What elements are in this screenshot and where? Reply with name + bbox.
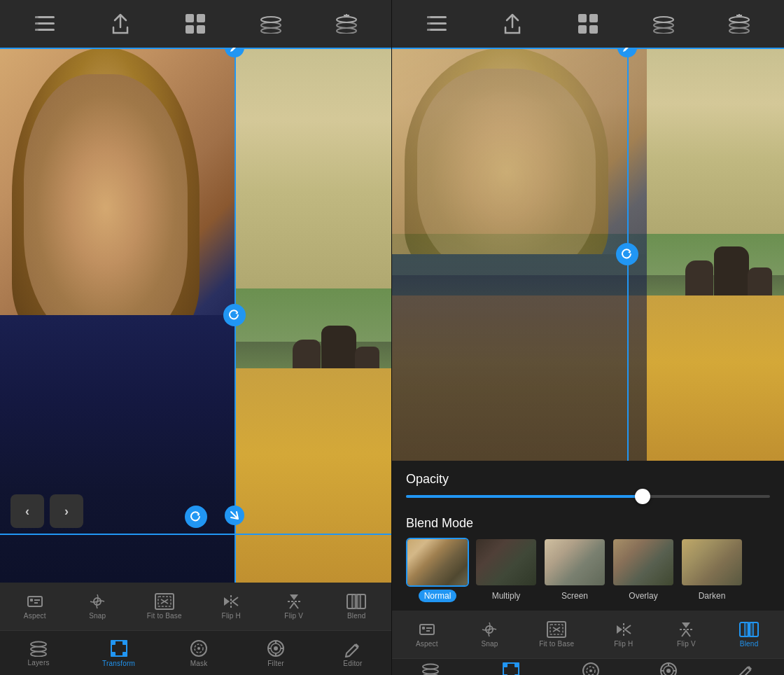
svg-point-13 [337, 28, 356, 34]
left-tab-mask[interactable]: Mask [181, 636, 216, 670]
left-top-toolbar [0, 0, 391, 48]
right-share-btn[interactable] [497, 8, 528, 39]
blend-thumb-darken-bg [682, 539, 742, 585]
svg-point-62 [729, 17, 749, 22]
right-top-toolbar [392, 0, 784, 48]
opacity-slider-track[interactable] [406, 495, 770, 498]
svg-rect-56 [589, 25, 598, 34]
svg-rect-80 [514, 662, 519, 667]
nav-arrows: ‹ › [10, 494, 83, 528]
blend-mode-overlay[interactable]: Overlay [612, 538, 675, 602]
svg-point-59 [654, 17, 673, 22]
svg-point-15 [337, 17, 356, 22]
girl-face [24, 74, 188, 342]
blend-thumb-normal-bg [407, 539, 468, 585]
next-arrow[interactable]: › [50, 494, 83, 528]
right-tool-flip-v[interactable]: Flip V [668, 618, 704, 650]
left-tab-editor[interactable]: Editor [335, 636, 370, 670]
blend-mode-darken[interactable]: Darken [680, 538, 743, 602]
right-bottom-tools: Aspect Snap Fit to Base Flip [392, 611, 784, 658]
left-tool-flip-h[interactable]: Flip H [214, 590, 248, 622]
svg-rect-8 [186, 25, 194, 34]
svg-rect-27 [352, 594, 360, 608]
svg-rect-3 [35, 16, 38, 18]
left-layers-alt-btn[interactable] [331, 8, 362, 39]
svg-point-60 [729, 28, 749, 34]
left-tool-aspect[interactable]: Aspect [18, 590, 52, 622]
svg-point-88 [666, 669, 671, 673]
blend-mode-darken-label: Darken [693, 590, 732, 602]
right-girl-body [392, 254, 647, 461]
right-tab-mask[interactable]: Mask [573, 659, 608, 675]
left-share-btn[interactable] [105, 8, 136, 39]
left-tab-transform[interactable]: Transform [98, 636, 139, 670]
svg-point-29 [31, 646, 46, 651]
right-tool-snap[interactable]: Snap [472, 618, 507, 650]
svg-rect-50 [427, 16, 430, 18]
blend-mode-overlay-label: Overlay [623, 590, 663, 602]
svg-point-38 [197, 647, 200, 650]
right-tab-layers[interactable]: Layers [413, 660, 448, 675]
opacity-slider-thumb[interactable] [635, 489, 650, 504]
right-tool-fit-to-base[interactable]: Fit to Base [535, 618, 578, 650]
opacity-section: Opacity [392, 461, 784, 510]
svg-rect-79 [503, 662, 507, 667]
right-handle-middle[interactable] [616, 243, 638, 265]
right-layers-alt-btn[interactable] [724, 8, 755, 39]
svg-rect-32 [111, 640, 115, 645]
blend-thumb-overlay-bg [613, 539, 673, 585]
svg-point-10 [261, 28, 281, 34]
svg-rect-33 [122, 640, 127, 645]
rotate-handle-bottom[interactable] [185, 506, 207, 528]
right-grid-btn[interactable] [573, 8, 603, 39]
svg-line-46 [346, 656, 349, 657]
left-tool-flip-v[interactable]: Flip V [276, 590, 312, 622]
right-menu-btn[interactable] [421, 8, 452, 39]
svg-rect-9 [197, 25, 205, 34]
prev-arrow[interactable]: ‹ [10, 494, 44, 528]
left-canvas: ‹ › [0, 48, 391, 583]
svg-point-58 [654, 22, 673, 28]
right-girl-portrait [392, 48, 647, 461]
right-girl-face [417, 69, 596, 275]
svg-rect-55 [578, 25, 587, 34]
svg-point-14 [337, 22, 356, 28]
opacity-slider-fill [406, 495, 643, 498]
svg-rect-54 [589, 14, 598, 22]
left-tool-blend[interactable]: Blend [339, 590, 374, 622]
right-tool-flip-h[interactable]: Flip H [606, 618, 641, 650]
svg-point-30 [31, 641, 46, 646]
left-bottom-tools: Aspect Snap Fit to Base Flip [0, 583, 391, 630]
blend-modes-list: Normal Multiply Screen [406, 538, 770, 602]
right-layers-stack-btn[interactable] [648, 8, 679, 39]
left-menu-btn[interactable] [29, 8, 60, 39]
left-tool-fit-to-base[interactable]: Fit to Base [143, 590, 186, 622]
blend-mode-multiply-label: Multiply [486, 590, 526, 602]
left-grid-btn[interactable] [180, 8, 211, 39]
right-tool-aspect[interactable]: Aspect [410, 618, 444, 650]
svg-point-11 [261, 22, 281, 28]
blend-thumb-multiply [475, 538, 538, 587]
blend-mode-multiply[interactable]: Multiply [475, 538, 538, 602]
svg-rect-52 [427, 29, 430, 31]
left-tool-snap[interactable]: Snap [80, 590, 115, 622]
blend-section: Blend Mode Normal Multiply [392, 510, 784, 611]
svg-point-41 [274, 646, 278, 650]
left-tab-layers[interactable]: Layers [21, 637, 56, 669]
left-bottom-tabs: Layers Transform Mask [0, 630, 391, 675]
blend-mode-normal[interactable]: Normal [406, 538, 469, 602]
left-layers-stack-btn[interactable] [255, 8, 286, 39]
right-tab-transform[interactable]: Transform [490, 659, 531, 675]
blend-mode-screen[interactable]: Screen [543, 538, 606, 602]
svg-rect-19 [30, 599, 33, 601]
left-tab-filter[interactable]: Filter [258, 636, 293, 670]
blend-thumb-overlay [612, 538, 675, 587]
right-tab-editor[interactable]: Editor [728, 659, 763, 675]
svg-rect-6 [186, 14, 194, 22]
svg-rect-66 [422, 627, 425, 629]
svg-point-12 [261, 17, 281, 22]
right-tab-filter[interactable]: Filter [651, 659, 686, 675]
svg-point-85 [589, 669, 592, 672]
right-tool-blend[interactable]: Blend [732, 618, 766, 650]
right-panel: Opacity Blend Mode Normal Multiply [392, 0, 784, 675]
